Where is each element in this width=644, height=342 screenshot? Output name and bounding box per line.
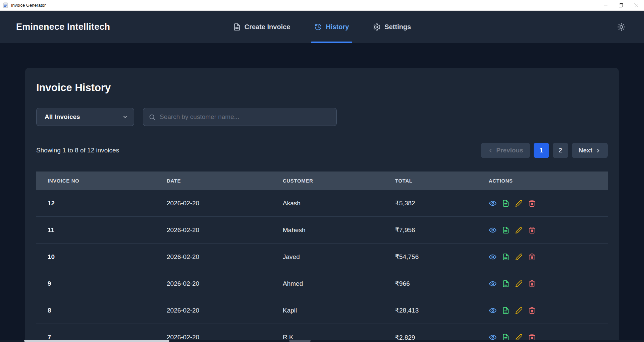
chevron-left-icon <box>488 148 493 153</box>
chevron-right-icon <box>595 148 601 153</box>
os-titlebar: Invoice Generator <box>0 0 644 11</box>
col-header-customer: CUSTOMER <box>283 178 395 184</box>
sun-icon <box>617 23 626 31</box>
tab-history[interactable]: History <box>314 11 349 43</box>
table-row: 10 2026-02-20 Javed ₹54,756 <box>36 244 608 270</box>
row-actions <box>489 226 608 234</box>
cell-invoice-no: 8 <box>36 307 167 314</box>
delete-trash-icon <box>528 253 536 261</box>
col-header-date: DATE <box>167 178 283 184</box>
theme-toggle-button[interactable] <box>614 20 628 33</box>
edit-invoice-button[interactable] <box>515 253 523 261</box>
cell-total: ₹966 <box>395 280 489 287</box>
tab-settings[interactable]: Settings <box>373 11 411 43</box>
col-header-actions: ACTIONS <box>489 178 608 184</box>
view-eye-icon <box>489 307 496 314</box>
export-invoice-button[interactable] <box>502 253 510 261</box>
edit-pencil-icon <box>515 307 523 314</box>
row-actions <box>489 253 608 261</box>
cell-date: 2026-02-20 <box>167 253 283 261</box>
cell-date: 2026-02-20 <box>167 307 283 314</box>
export-file-icon <box>502 226 509 234</box>
previous-page-button[interactable]: Previous <box>481 143 530 158</box>
edit-pencil-icon <box>515 200 523 207</box>
delete-invoice-button[interactable] <box>528 280 536 288</box>
table-row: 7 2026-02-20 R.K ₹2,829 <box>36 324 608 342</box>
table-row: 12 2026-02-20 Akash ₹5,382 <box>36 190 608 217</box>
search-box <box>143 108 337 126</box>
scrollbar-thumb[interactable] <box>24 340 169 342</box>
app-header: Create Invoice History Settings Eminenec… <box>0 11 644 43</box>
invoice-filter-select[interactable]: All Invoices <box>36 108 134 126</box>
export-invoice-button[interactable] <box>502 226 510 234</box>
close-icon <box>635 3 638 7</box>
view-eye-icon <box>489 280 496 287</box>
view-eye-icon <box>489 200 496 207</box>
cell-invoice-no: 10 <box>36 253 167 261</box>
delete-invoice-button[interactable] <box>528 306 536 315</box>
cell-date: 2026-02-20 <box>167 226 283 234</box>
export-file-icon <box>502 307 509 314</box>
edit-pencil-icon <box>515 226 523 234</box>
table-body: 12 2026-02-20 Akash ₹5,382 <box>36 190 608 342</box>
window-title: Invoice Generator <box>11 3 46 8</box>
delete-trash-icon <box>528 226 536 234</box>
cell-customer: Kapil <box>283 307 395 314</box>
restore-icon <box>619 3 623 7</box>
restore-button[interactable] <box>613 0 629 11</box>
view-invoice-button[interactable] <box>489 253 497 261</box>
summary-row: Showing 1 to 8 of 12 invoices Previous 1… <box>36 143 608 158</box>
row-actions <box>489 306 608 315</box>
page-button-2[interactable]: 2 <box>553 143 568 158</box>
history-icon <box>314 23 322 31</box>
invoice-table: INVOICE NO DATE CUSTOMER TOTAL ACTIONS 1… <box>36 172 608 342</box>
edit-invoice-button[interactable] <box>515 280 523 288</box>
cell-invoice-no: 9 <box>36 280 167 287</box>
view-eye-icon <box>489 253 496 261</box>
view-eye-icon <box>489 226 496 234</box>
col-header-total: TOTAL <box>395 178 489 184</box>
minimize-button[interactable] <box>598 0 613 11</box>
view-invoice-button[interactable] <box>489 280 497 288</box>
export-invoice-button[interactable] <box>502 306 510 315</box>
cell-total: ₹28,413 <box>395 306 489 314</box>
view-invoice-button[interactable] <box>489 199 497 207</box>
horizontal-scrollbar <box>0 340 644 342</box>
edit-invoice-button[interactable] <box>515 199 523 207</box>
filter-controls: All Invoices <box>36 108 608 126</box>
tab-create-invoice[interactable]: Create Invoice <box>233 11 290 43</box>
table-row: 8 2026-02-20 Kapil ₹28,413 <box>36 297 608 324</box>
view-invoice-button[interactable] <box>489 226 497 234</box>
cell-total: ₹54,756 <box>395 253 489 261</box>
cell-customer: Akash <box>283 200 395 207</box>
table-header-row: INVOICE NO DATE CUSTOMER TOTAL ACTIONS <box>36 172 608 190</box>
pagination: Previous 1 2 Next <box>481 143 608 158</box>
table-row: 9 2026-02-20 Ahmed ₹966 <box>36 270 608 297</box>
brand-title: Eminenece Intellitech <box>16 22 110 32</box>
delete-invoice-button[interactable] <box>528 253 536 261</box>
results-summary: Showing 1 to 8 of 12 invoices <box>36 147 119 154</box>
table-row: 11 2026-02-20 Mahesh ₹7,956 <box>36 217 608 244</box>
document-icon <box>233 23 241 31</box>
search-input[interactable] <box>160 113 331 121</box>
edit-invoice-button[interactable] <box>515 226 523 234</box>
export-file-icon <box>502 280 509 287</box>
delete-trash-icon <box>528 307 536 314</box>
next-page-button[interactable]: Next <box>572 143 608 158</box>
close-button[interactable] <box>629 0 644 11</box>
export-file-icon <box>502 253 509 261</box>
row-actions <box>489 280 608 288</box>
page-button-1[interactable]: 1 <box>534 143 549 158</box>
export-file-icon <box>502 200 509 207</box>
delete-invoice-button[interactable] <box>528 199 536 207</box>
search-icon <box>149 114 156 121</box>
edit-invoice-button[interactable] <box>515 306 523 315</box>
scrollbar-segment[interactable] <box>289 340 311 342</box>
export-invoice-button[interactable] <box>502 280 510 288</box>
delete-invoice-button[interactable] <box>528 226 536 234</box>
invoice-history-card: Invoice History All Invoices Showing 1 t… <box>25 68 619 342</box>
filter-selected-value: All Invoices <box>45 113 80 121</box>
cell-date: 2026-02-20 <box>167 200 283 207</box>
export-invoice-button[interactable] <box>502 199 510 207</box>
view-invoice-button[interactable] <box>489 306 497 315</box>
